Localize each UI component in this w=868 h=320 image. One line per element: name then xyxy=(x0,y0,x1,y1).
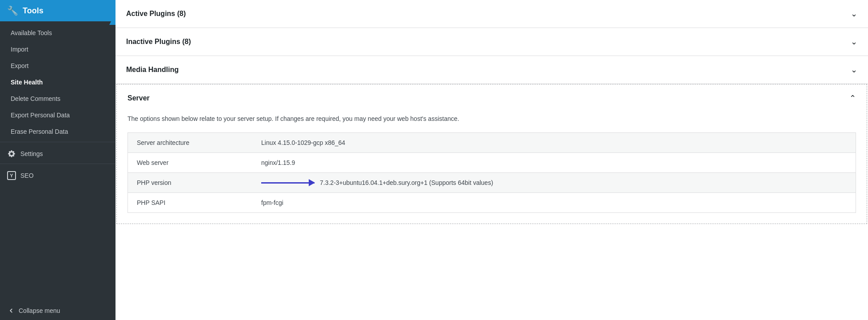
sidebar-item-export[interactable]: Export xyxy=(0,58,115,74)
row-value-php-version: 7.3.2-3+ubuntu16.04.1+deb.sury.org+1 (Su… xyxy=(261,179,847,186)
table-row: PHP version 7.3.2-3+ubuntu16.04.1+deb.su… xyxy=(128,173,856,193)
sidebar: 🔧 Tools Available Tools Import Export Si… xyxy=(0,0,115,320)
delete-comments-label: Delete Comments xyxy=(11,95,60,102)
main-content: Active Plugins (8) ⌄ Inactive Plugins (8… xyxy=(115,0,868,320)
row-value-php-sapi: fpm-fcgi xyxy=(261,199,847,206)
sidebar-item-site-health[interactable]: Site Health xyxy=(0,74,115,91)
erase-personal-data-label: Erase Personal Data xyxy=(11,128,68,135)
server-description: The options shown below relate to your s… xyxy=(117,112,867,132)
section-inactive-plugins: Inactive Plugins (8) ⌄ xyxy=(115,28,868,56)
row-label-php-sapi: PHP SAPI xyxy=(137,199,261,206)
row-label-server-architecture: Server architecture xyxy=(137,139,261,146)
sidebar-divider-1 xyxy=(0,142,115,142)
table-row: Server architecture Linux 4.15.0-1029-gc… xyxy=(128,133,856,153)
table-row: Web server nginx/1.15.9 xyxy=(128,153,856,173)
import-label: Import xyxy=(11,46,28,53)
chevron-up-icon-server: ⌃ xyxy=(849,93,856,103)
section-active-plugins: Active Plugins (8) ⌄ xyxy=(115,0,868,28)
wrench-icon: 🔧 xyxy=(7,5,18,16)
section-server-header[interactable]: Server ⌃ xyxy=(117,84,867,112)
sidebar-item-export-personal-data[interactable]: Export Personal Data xyxy=(0,107,115,124)
export-label: Export xyxy=(11,62,28,69)
section-media-handling-title: Media Handling xyxy=(126,66,179,74)
site-health-label: Site Health xyxy=(11,79,43,86)
chevron-down-icon-inactive: ⌄ xyxy=(851,37,857,47)
section-active-plugins-header[interactable]: Active Plugins (8) ⌄ xyxy=(115,0,868,28)
row-label-php-version: PHP version xyxy=(137,179,261,186)
settings-label: Settings xyxy=(20,150,43,157)
section-media-handling-header[interactable]: Media Handling ⌄ xyxy=(115,56,868,84)
annotation-arrow xyxy=(261,182,315,184)
collapse-menu-label: Collapse menu xyxy=(19,307,60,314)
section-server: Server ⌃ The options shown below relate … xyxy=(116,84,867,224)
collapse-icon xyxy=(7,307,15,315)
collapse-menu-button[interactable]: Collapse menu xyxy=(0,301,115,320)
sidebar-tools-title: Tools xyxy=(23,6,44,16)
sidebar-item-available-tools[interactable]: Available Tools xyxy=(0,25,115,41)
sidebar-nav: Available Tools Import Export Site Healt… xyxy=(0,21,115,301)
row-value-server-architecture: Linux 4.15.0-1029-gcp x86_64 xyxy=(261,139,847,146)
row-value-web-server: nginx/1.15.9 xyxy=(261,159,847,166)
sidebar-item-import[interactable]: Import xyxy=(0,41,115,58)
sidebar-item-erase-personal-data[interactable]: Erase Personal Data xyxy=(0,124,115,140)
row-label-web-server: Web server xyxy=(137,159,261,166)
seo-label: SEO xyxy=(20,172,34,179)
seo-icon: Y xyxy=(7,171,16,180)
chevron-down-icon-media: ⌄ xyxy=(851,65,857,75)
sidebar-tools-header[interactable]: 🔧 Tools xyxy=(0,0,115,21)
sidebar-item-seo[interactable]: Y SEO xyxy=(0,166,115,184)
section-inactive-plugins-header[interactable]: Inactive Plugins (8) ⌄ xyxy=(115,28,868,56)
sidebar-divider-2 xyxy=(0,164,115,164)
settings-icon xyxy=(7,149,16,158)
chevron-down-icon: ⌄ xyxy=(851,9,857,19)
sidebar-item-settings[interactable]: Settings xyxy=(0,144,115,162)
section-server-title: Server xyxy=(127,94,150,102)
section-media-handling: Media Handling ⌄ xyxy=(115,56,868,84)
server-data-table: Server architecture Linux 4.15.0-1029-gc… xyxy=(127,132,856,213)
arrow-line xyxy=(261,182,315,184)
available-tools-label: Available Tools xyxy=(11,29,52,36)
sidebar-item-delete-comments[interactable]: Delete Comments xyxy=(0,91,115,107)
table-row: PHP SAPI fpm-fcgi xyxy=(128,193,856,212)
section-inactive-plugins-title: Inactive Plugins (8) xyxy=(126,38,191,46)
export-personal-data-label: Export Personal Data xyxy=(11,112,70,119)
section-active-plugins-title: Active Plugins (8) xyxy=(126,10,186,18)
